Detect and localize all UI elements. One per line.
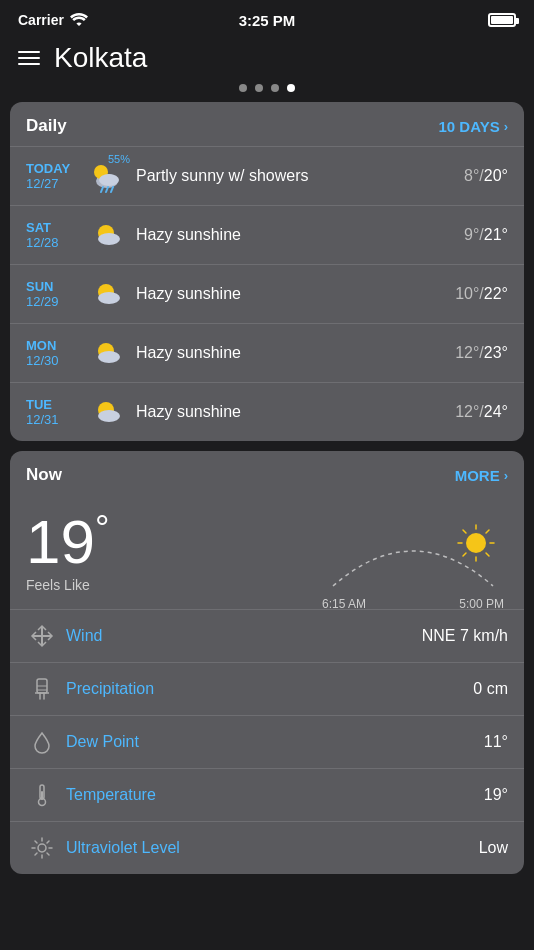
precip-value: 0 cm — [473, 680, 508, 698]
svg-point-7 — [98, 233, 120, 245]
precip-label: Precipitation — [58, 680, 473, 698]
forecast-icon-mon — [80, 334, 132, 372]
svg-point-2 — [99, 174, 119, 186]
status-carrier: Carrier — [18, 12, 88, 29]
battery-container — [488, 13, 516, 27]
uv-value: Low — [479, 839, 508, 857]
carrier-text: Carrier — [18, 12, 64, 28]
svg-line-3 — [101, 187, 103, 192]
daily-title: Daily — [26, 116, 67, 136]
forecast-day-mon: MON — [26, 338, 80, 353]
svg-line-42 — [35, 853, 37, 855]
forecast-datenum-sat: 12/28 — [26, 235, 80, 250]
dewpoint-icon — [26, 729, 58, 755]
detail-row-precip[interactable]: Precipitation 0 cm — [10, 662, 524, 715]
forecast-desc-sun: Hazy sunshine — [132, 285, 455, 303]
feels-like-label: Feels Like — [26, 577, 109, 593]
current-conditions: 19° Feels Like — [26, 511, 109, 593]
forecast-datenum-mon: 12/30 — [26, 353, 80, 368]
svg-line-19 — [463, 530, 466, 533]
forecast-datenum-tue: 12/31 — [26, 412, 80, 427]
forecast-row-sat[interactable]: SAT 12/28 Hazy sunshine 9°/21° — [10, 205, 524, 264]
temp-high-mon: 23° — [484, 344, 508, 361]
status-time: 3:25 PM — [239, 12, 296, 29]
ten-days-button[interactable]: 10 DAYS › — [439, 118, 509, 135]
forecast-icon-tue — [80, 393, 132, 431]
daily-card: Daily 10 DAYS › Today 12/27 55% — [10, 102, 524, 441]
forecast-desc-sat: Hazy sunshine — [132, 226, 464, 244]
svg-point-14 — [466, 533, 486, 553]
svg-line-41 — [47, 841, 49, 843]
detail-row-uv[interactable]: Ultraviolet Level Low — [10, 821, 524, 874]
uv-label: Ultraviolet Level — [58, 839, 479, 857]
battery-icon — [488, 13, 516, 27]
forecast-row-sun[interactable]: SUN 12/29 Hazy sunshine 10°/22° — [10, 264, 524, 323]
page-dots — [0, 78, 534, 102]
sun-arc: 6:15 AM 5:00 PM — [318, 511, 508, 601]
forecast-date-tue: TUE 12/31 — [26, 397, 80, 427]
svg-point-11 — [98, 351, 120, 363]
forecast-temps-sat: 9°/21° — [464, 226, 508, 244]
sun-times: 6:15 AM 5:00 PM — [318, 597, 508, 611]
status-bar: Carrier 3:25 PM — [0, 0, 534, 36]
forecast-temps-today: 8°/20° — [464, 167, 508, 185]
forecast-date-mon: MON 12/30 — [26, 338, 80, 368]
svg-line-40 — [47, 853, 49, 855]
city-name: Kolkata — [54, 42, 147, 74]
menu-button[interactable] — [18, 51, 40, 65]
app-header: Kolkata — [0, 36, 534, 78]
temp-high-tue: 24° — [484, 403, 508, 420]
temp-high-sun: 22° — [484, 285, 508, 302]
page-dot-3[interactable] — [271, 84, 279, 92]
detail-row-wind[interactable]: Wind NNE 7 km/h — [10, 609, 524, 662]
wind-value: NNE 7 km/h — [422, 627, 508, 645]
page-dot-2[interactable] — [255, 84, 263, 92]
page-dot-4[interactable] — [287, 84, 295, 92]
forecast-date-sun: SUN 12/29 — [26, 279, 80, 309]
temperature-label: Temperature — [58, 786, 484, 804]
temp-high-today: 20° — [484, 167, 508, 184]
forecast-icon-sun — [80, 275, 132, 313]
forecast-icon-today: 55% — [80, 157, 132, 195]
forecast-icon-sat — [80, 216, 132, 254]
now-card-header: Now MORE › — [10, 451, 524, 495]
svg-point-34 — [38, 844, 46, 852]
sunrise-time: 6:15 AM — [322, 597, 366, 611]
detail-row-dewpoint[interactable]: Dew Point 11° — [10, 715, 524, 768]
forecast-row-today[interactable]: Today 12/27 55% Partly sunny w/ showers … — [10, 146, 524, 205]
page-dot-1[interactable] — [239, 84, 247, 92]
wind-label: Wind — [58, 627, 422, 645]
detail-row-temperature[interactable]: Temperature 19° — [10, 768, 524, 821]
forecast-desc-mon: Hazy sunshine — [132, 344, 455, 362]
forecast-datenum-today: 12/27 — [26, 176, 80, 191]
forecast-row-mon[interactable]: MON 12/30 Hazy sunshine 12°/23° — [10, 323, 524, 382]
current-temp: 19° — [26, 507, 109, 576]
svg-point-13 — [98, 410, 120, 422]
forecast-temps-sun: 10°/22° — [455, 285, 508, 303]
thermometer-icon — [26, 782, 58, 808]
wind-icon — [26, 623, 58, 649]
svg-line-5 — [111, 187, 113, 192]
temp-low-today: 8° — [464, 167, 479, 184]
forecast-temps-mon: 12°/23° — [455, 344, 508, 362]
dewpoint-value: 11° — [484, 733, 508, 751]
svg-point-9 — [98, 292, 120, 304]
forecast-date-sat: SAT 12/28 — [26, 220, 80, 250]
temp-high-sat: 21° — [484, 226, 508, 243]
forecast-desc-today: Partly sunny w/ showers — [132, 167, 464, 185]
temperature-value: 19° — [484, 786, 508, 804]
wifi-icon — [70, 12, 88, 29]
forecast-desc-tue: Hazy sunshine — [132, 403, 455, 421]
precipitation-icon — [26, 676, 58, 702]
now-main-section: 19° Feels Like 6:15 AM — [10, 495, 524, 609]
forecast-temps-tue: 12°/24° — [455, 403, 508, 421]
chevron-right-icon: › — [504, 119, 508, 134]
now-card: Now MORE › 19° Feels Like — [10, 451, 524, 874]
forecast-day-sat: SAT — [26, 220, 80, 235]
forecast-datenum-sun: 12/29 — [26, 294, 80, 309]
precip-badge-today: 55% — [108, 153, 130, 165]
svg-line-20 — [486, 553, 489, 556]
more-button[interactable]: MORE › — [455, 467, 508, 484]
more-label: MORE — [455, 467, 500, 484]
forecast-row-tue[interactable]: TUE 12/31 Hazy sunshine 12°/24° — [10, 382, 524, 441]
